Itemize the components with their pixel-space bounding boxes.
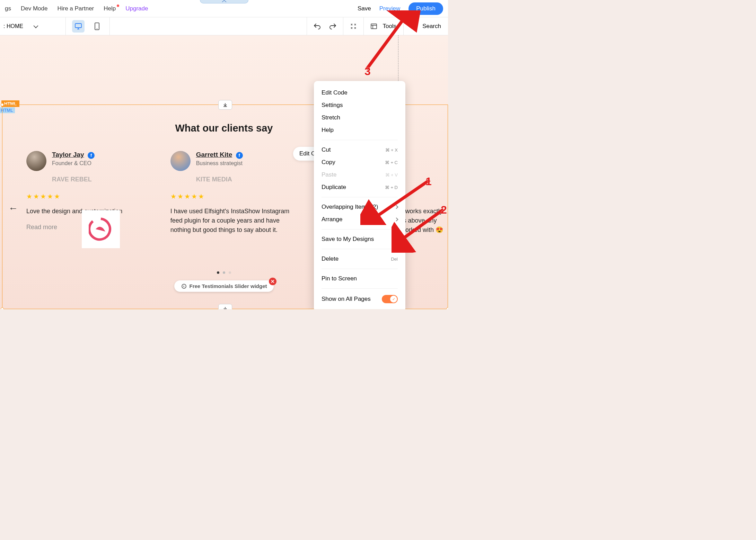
menu-item-upgrade[interactable]: Upgrade — [125, 5, 148, 12]
ctx-settings[interactable]: Settings — [314, 99, 405, 111]
toggle-switch[interactable]: ✓ — [382, 295, 398, 303]
ctx-edit-code[interactable]: Edit Code — [314, 87, 405, 99]
company-logo: KITE MEDIA — [196, 176, 301, 186]
elfsight-logo-icon — [181, 284, 187, 289]
ctx-delete[interactable]: DeleteDel — [314, 253, 405, 265]
publish-button[interactable]: Publish — [408, 2, 443, 15]
desktop-view-button[interactable] — [72, 20, 85, 33]
top-menu-bar: gs Dev Mode Hire a Partner Help Upgrade … — [0, 0, 448, 17]
carousel-dot[interactable] — [229, 271, 231, 274]
review-text: I have used Elfsight's InstaShow Instagr… — [170, 207, 301, 235]
menu-item-hire-partner[interactable]: Hire a Partner — [57, 5, 94, 12]
close-icon[interactable]: ✕ — [269, 278, 276, 285]
search-icon — [411, 23, 417, 29]
editor-canvas[interactable]: HTML HTML What our clients say ← Taylor … — [0, 35, 448, 309]
avatar — [26, 151, 46, 171]
star-rating: ★★★★★ — [170, 192, 301, 200]
chevron-right-icon — [394, 205, 398, 209]
save-button[interactable]: Save — [358, 5, 371, 12]
undo-icon[interactable] — [314, 23, 321, 29]
carousel-dot[interactable] — [217, 271, 219, 274]
svg-rect-0 — [75, 24, 81, 28]
annotation-number-3: 3 — [364, 65, 371, 78]
reviewer-role: Founder & CEO — [52, 160, 95, 166]
collapse-handle[interactable] — [200, 0, 248, 3]
ctx-help[interactable]: Help — [314, 124, 405, 136]
ctx-cut[interactable]: Cut⌘ + X — [314, 144, 405, 156]
testimonial-card: Garrett Kite f Business strategist KITE … — [170, 151, 301, 244]
svg-point-8 — [411, 24, 415, 27]
avatar — [170, 151, 191, 171]
resize-handle[interactable] — [1, 103, 4, 106]
mobile-view-button[interactable] — [91, 20, 103, 33]
widget-attribution-label[interactable]: Free Testimonials Slider widget ✕ — [174, 280, 274, 292]
resize-handle[interactable] — [446, 307, 448, 309]
menu-item-settings[interactable]: gs — [5, 5, 11, 12]
chevron-down-icon — [33, 23, 38, 28]
menu-item-devmode[interactable]: Dev Mode — [21, 5, 47, 12]
ctx-pin-to-screen[interactable]: Pin to Screen — [314, 272, 405, 285]
ctx-overlapping-items[interactable]: Overlapping Items (2) — [314, 201, 405, 213]
reviewer-name[interactable]: Garrett Kite — [196, 151, 232, 158]
reviewer-role: Business strategist — [196, 160, 243, 166]
expand-handle-bottom[interactable] — [218, 304, 232, 309]
editor-toolbar: : HOME Tools Search — [0, 17, 448, 35]
preview-button[interactable]: Preview — [379, 5, 400, 12]
notification-dot-icon — [117, 4, 119, 7]
ctx-arrange[interactable]: Arrange — [314, 213, 405, 226]
star-rating: ★★★★★ — [26, 192, 157, 200]
svg-rect-5 — [371, 24, 377, 29]
facebook-icon[interactable]: f — [88, 152, 95, 159]
floating-logo — [82, 210, 120, 248]
svg-point-4 — [97, 28, 97, 29]
reviewer-name[interactable]: Taylor Jay — [52, 151, 84, 158]
tools-icon — [371, 24, 377, 29]
search-button[interactable]: Search — [403, 17, 448, 35]
facebook-icon[interactable]: f — [236, 152, 243, 159]
expand-handle-top[interactable] — [218, 100, 232, 110]
company-logo: RAVE REBEL — [52, 176, 157, 186]
carousel-dot[interactable] — [223, 271, 225, 274]
menu-item-help[interactable]: Help — [104, 5, 116, 12]
ctx-duplicate[interactable]: Duplicate⌘ + D — [314, 181, 405, 194]
svg-line-9 — [414, 27, 416, 29]
chevron-right-icon — [394, 217, 398, 221]
zoom-out-icon[interactable] — [350, 23, 357, 29]
redo-icon[interactable] — [329, 23, 336, 29]
carousel-prev-arrow[interactable]: ← — [8, 203, 18, 214]
ctx-save-to-my-designs[interactable]: Save to My Designs — [314, 233, 405, 245]
toggle-knob-icon: ✓ — [390, 296, 397, 303]
resize-handle[interactable] — [1, 307, 4, 309]
ctx-copy[interactable]: Copy⌘ + C — [314, 156, 405, 169]
tools-button[interactable]: Tools — [363, 17, 403, 35]
ctx-paste: Paste⌘ + V — [314, 169, 405, 181]
page-selector[interactable]: : HOME — [0, 17, 66, 35]
context-menu: Edit Code Settings Stretch Help Cut⌘ + X… — [314, 81, 405, 309]
annotation-number-1: 1 — [425, 175, 432, 188]
annotation-number-2: 2 — [441, 204, 447, 216]
ctx-show-on-all-pages[interactable]: Show on All Pages ✓ — [314, 292, 405, 306]
ctx-stretch[interactable]: Stretch — [314, 111, 405, 124]
